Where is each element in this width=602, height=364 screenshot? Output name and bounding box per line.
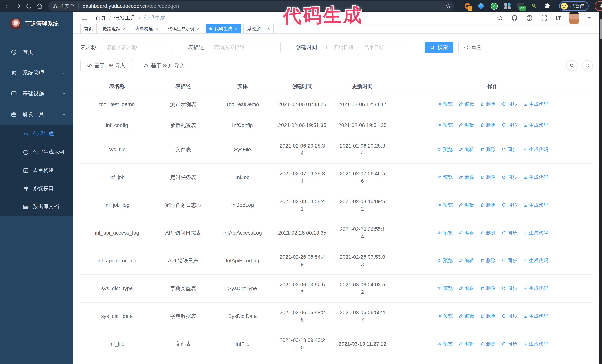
action-编辑[interactable]: 编辑 [459, 174, 474, 181]
action-删除[interactable]: 删除 [480, 285, 496, 292]
action-生成代码[interactable]: 生成代码 [523, 100, 548, 108]
green-key-extension-icon[interactable] [530, 2, 538, 10]
sidebar-subitem-系统接口[interactable]: 系统接口 [0, 179, 73, 197]
search-icon[interactable] [496, 15, 503, 21]
security-label[interactable]: 不安全 [60, 3, 75, 10]
action-生成代码[interactable]: 生成代码 [523, 312, 548, 320]
action-预览[interactable]: 预览 [437, 229, 453, 236]
scrollbar[interactable] [599, 12, 602, 364]
action-同步[interactable]: 同步 [502, 312, 517, 320]
action-删除[interactable]: 删除 [480, 174, 496, 181]
sidebar-item-基础设施[interactable]: 基础设施 [0, 83, 73, 104]
action-编辑[interactable]: 编辑 [459, 100, 474, 108]
blue-gem-extension-icon[interactable] [477, 2, 485, 10]
action-生成代码[interactable]: 生成代码 [523, 340, 548, 348]
chevron-down-icon[interactable] [587, 16, 592, 20]
action-删除[interactable]: 删除 [480, 312, 496, 320]
action-生成代码[interactable]: 生成代码 [523, 229, 548, 236]
action-同步[interactable]: 同步 [502, 229, 517, 236]
action-预览[interactable]: 预览 [437, 146, 453, 153]
sidebar-subitem-数据库文档[interactable]: 数据库文档 [0, 197, 73, 216]
user-avatar[interactable] [570, 12, 579, 24]
table-name-input[interactable] [101, 42, 173, 53]
sidebar-item-系统管理[interactable]: 系统管理 [0, 62, 73, 83]
tab-代码生成[interactable]: 代码生成× [206, 24, 241, 33]
profile-chip[interactable]: 已暂停 [559, 1, 589, 11]
home-icon[interactable] [35, 1, 44, 11]
tab-表单构建[interactable]: 表单构建× [131, 24, 162, 33]
action-同步[interactable]: 同步 [502, 174, 517, 181]
action-删除[interactable]: 删除 [480, 121, 496, 129]
action-同步[interactable]: 同步 [502, 201, 517, 209]
action-预览[interactable]: 预览 [437, 340, 453, 348]
action-编辑[interactable]: 编辑 [459, 257, 474, 264]
tab-链路追踪[interactable]: 链路追踪× [99, 24, 129, 33]
sidebar-item-首页[interactable]: 首页 [0, 42, 73, 62]
collapse-sidebar-icon[interactable] [81, 14, 88, 22]
action-编辑[interactable]: 编辑 [459, 285, 474, 292]
action-同步[interactable]: 同步 [502, 285, 517, 292]
help-icon[interactable] [526, 15, 533, 21]
gray-grid-extension-icon[interactable] [504, 2, 512, 10]
back-icon[interactable] [3, 1, 12, 11]
action-预览[interactable]: 预览 [437, 257, 453, 264]
action-编辑[interactable]: 编辑 [459, 229, 474, 236]
search-button[interactable]: 搜索 [425, 42, 453, 53]
action-删除[interactable]: 删除 [480, 229, 496, 236]
reset-button[interactable]: 重置 [458, 42, 487, 53]
url-path[interactable]: /tool/codegen [148, 3, 179, 9]
action-编辑[interactable]: 编辑 [459, 121, 474, 129]
action-编辑[interactable]: 编辑 [459, 201, 474, 209]
scrollbar-thumb[interactable] [600, 19, 602, 39]
fullscreen-icon[interactable] [541, 15, 548, 21]
reload-icon[interactable] [24, 1, 34, 11]
action-生成代码[interactable]: 生成代码 [523, 201, 548, 209]
sidebar-logo-row[interactable]: 芋道管理系统 [0, 12, 73, 35]
date-end-placeholder[interactable]: 结束日期 [364, 44, 384, 51]
green-check-extension-icon[interactable]: ✓ [490, 2, 498, 10]
font-size-icon[interactable]: tT [556, 15, 561, 21]
close-icon[interactable]: × [268, 26, 270, 31]
github-icon[interactable] [511, 15, 518, 21]
close-icon[interactable]: × [123, 26, 126, 31]
action-删除[interactable]: 删除 [480, 201, 496, 209]
table-desc-input[interactable] [209, 42, 281, 53]
action-同步[interactable]: 同步 [502, 100, 517, 108]
action-生成代码[interactable]: 生成代码 [523, 174, 548, 181]
extensions-puzzle-icon[interactable] [543, 2, 552, 10]
action-生成代码[interactable]: 生成代码 [523, 146, 548, 153]
bookmark-star-icon[interactable] [445, 3, 451, 10]
tab-代码生成示例[interactable]: 代码生成示例× [164, 24, 203, 33]
action-预览[interactable]: 预览 [437, 201, 453, 209]
action-生成代码[interactable]: 生成代码 [523, 285, 548, 292]
dark-extension-icon[interactable]: on [517, 2, 525, 10]
import-db-button[interactable]: 基于 DB 导入 [80, 60, 132, 72]
action-同步[interactable]: 同步 [502, 146, 517, 153]
action-预览[interactable]: 预览 [437, 312, 453, 320]
action-删除[interactable]: 删除 [480, 340, 496, 348]
sidebar-item-研发工具[interactable]: 研发工具 [0, 104, 73, 125]
toggle-search-icon[interactable] [566, 60, 577, 71]
date-range-picker[interactable]: 开始日期 - 结束日期 [322, 42, 410, 53]
tab-首页[interactable]: 首页 [80, 24, 97, 33]
breadcrumb-item-研发工具[interactable]: 研发工具 [114, 14, 136, 22]
action-同步[interactable]: 同步 [502, 257, 517, 264]
close-icon[interactable]: × [235, 26, 237, 31]
url-host[interactable]: dashboard.yudao.iocoder.cn [83, 3, 148, 9]
action-生成代码[interactable]: 生成代码 [523, 121, 548, 129]
action-预览[interactable]: 预览 [437, 285, 453, 292]
sidebar-subitem-代码生成[interactable]: 代码生成 [0, 125, 73, 143]
action-编辑[interactable]: 编辑 [459, 146, 474, 153]
action-同步[interactable]: 同步 [502, 340, 517, 348]
action-预览[interactable]: 预览 [437, 174, 453, 181]
action-编辑[interactable]: 编辑 [459, 340, 474, 348]
import-sql-button[interactable]: 基于 SQL 导入 [137, 60, 191, 72]
sidebar-subitem-代码生成示例[interactable]: 代码生成示例 [0, 143, 73, 161]
address-bar[interactable]: 不安全 dashboard.yudao.iocoder.cn /tool/cod… [48, 1, 454, 11]
action-删除[interactable]: 删除 [480, 257, 496, 264]
close-icon[interactable]: × [156, 26, 158, 31]
breadcrumb-item-首页[interactable]: 首页 [95, 14, 106, 22]
sidebar-subitem-表单构建[interactable]: 表单构建 [0, 161, 73, 179]
action-预览[interactable]: 预览 [437, 100, 453, 108]
action-编辑[interactable]: 编辑 [459, 312, 474, 320]
